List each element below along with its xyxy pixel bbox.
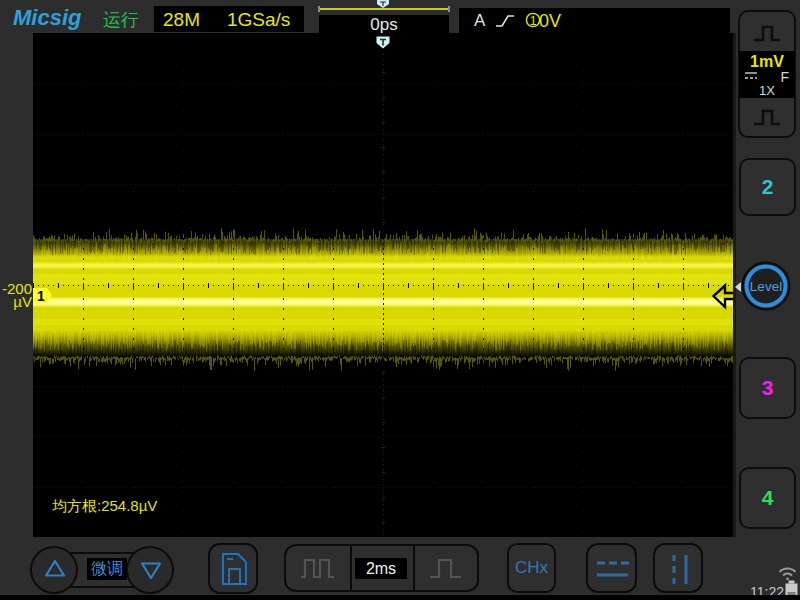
svg-text:Level: Level xyxy=(750,279,782,294)
svg-text:均方根:254.8µV: 均方根:254.8µV xyxy=(52,497,157,514)
svg-text:1: 1 xyxy=(37,288,45,304)
svg-text:1: 1 xyxy=(530,14,537,28)
